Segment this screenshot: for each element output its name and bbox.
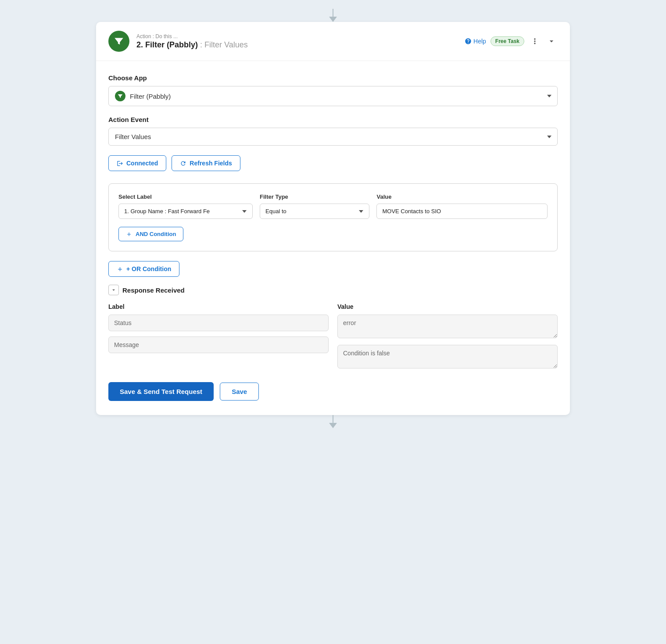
filter-icon-small (115, 91, 125, 101)
action-event-select-wrapper[interactable]: Filter Values (108, 128, 558, 146)
select-label-dropdown[interactable]: 1. Group Name : Fast Forward Fe (118, 204, 253, 219)
response-toggle-button[interactable] (108, 285, 119, 295)
status-value-textarea[interactable]: error (337, 315, 558, 338)
action-subtitle: Action : Do this ... (136, 33, 248, 39)
value-col-header: Value (337, 303, 558, 310)
choose-app-select-wrapper[interactable]: Filter (Pabbly) (108, 86, 558, 106)
or-condition-button[interactable]: + OR Condition (108, 261, 179, 277)
save-button[interactable]: Save (220, 383, 259, 401)
label-col-header: Label (108, 303, 329, 310)
filter-value-input[interactable] (376, 204, 548, 219)
message-value-textarea[interactable]: Condition is false (337, 345, 558, 369)
choose-app-label: Choose App (108, 74, 558, 82)
or-condition-label: + OR Condition (126, 265, 171, 272)
more-options-button[interactable] (529, 35, 541, 47)
status-label-input[interactable] (108, 315, 329, 331)
free-task-badge: Free Task (491, 36, 524, 46)
action-event-value: Filter Values (115, 133, 151, 140)
action-event-label: Action Event (108, 116, 558, 123)
response-received-label: Response Received (122, 286, 185, 294)
filter-app-icon (108, 31, 129, 52)
choose-app-value: Filter (Pabbly) (130, 93, 171, 100)
refresh-fields-label: Refresh Fields (190, 160, 232, 167)
filter-condition-box: Select Label 1. Group Name : Fast Forwar… (108, 183, 558, 251)
and-condition-label: AND Condition (136, 231, 176, 237)
and-condition-button[interactable]: AND Condition (118, 227, 183, 241)
help-link[interactable]: Help (465, 38, 486, 45)
select-label-header: Select Label (118, 193, 253, 200)
value-header: Value (376, 193, 548, 200)
collapse-button[interactable] (545, 35, 558, 47)
filter-type-header: Filter Type (260, 193, 369, 200)
message-label-input[interactable] (108, 336, 329, 353)
action-title: 2. Filter (Pabbly) : Filter Values (136, 40, 248, 50)
connected-label: Connected (126, 160, 158, 167)
refresh-fields-button[interactable]: Refresh Fields (172, 155, 240, 171)
filter-type-dropdown[interactable]: Equal to (260, 204, 369, 219)
connected-button[interactable]: Connected (108, 155, 166, 171)
save-send-button[interactable]: Save & Send Test Request (108, 382, 214, 401)
